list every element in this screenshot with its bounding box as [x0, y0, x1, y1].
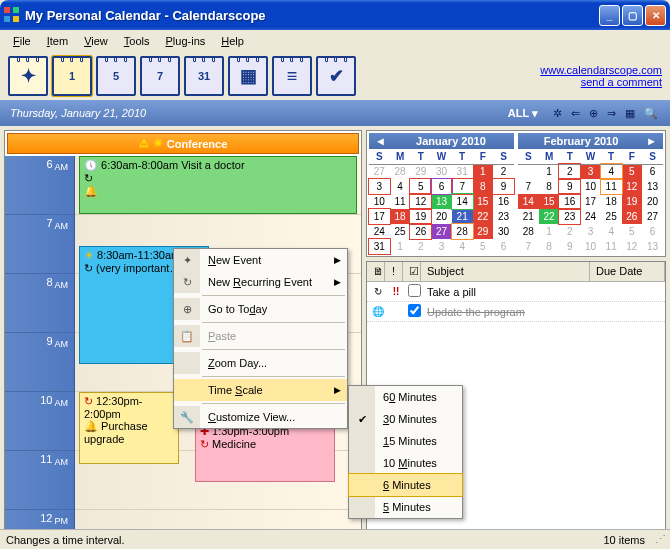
task-row[interactable]: 🌐 Update the program	[367, 302, 665, 322]
search-icon[interactable]: 🔍	[642, 107, 660, 120]
filter-all[interactable]: ALL ▾	[506, 107, 540, 120]
task-icon: ↻	[369, 286, 387, 297]
gear-icon[interactable]: ✲	[551, 107, 564, 120]
allday-event[interactable]: ⚠ ☀ Conference	[7, 133, 359, 154]
grid-view-button[interactable]: ▦	[228, 56, 268, 96]
menu-bar: File Item View Tools Plug-ins Help	[0, 30, 670, 52]
col-subject[interactable]: Subject	[421, 262, 590, 281]
menu-new-event[interactable]: ✦New Event▶	[174, 249, 347, 271]
col-check[interactable]: ☑	[403, 262, 421, 281]
task-row[interactable]: ↻ !! Take a pill	[367, 282, 665, 302]
day-view-button[interactable]: 1	[52, 56, 92, 96]
bell-icon: 🔔	[84, 420, 98, 432]
menu-zoom-day[interactable]: Zoom Day...	[174, 352, 347, 374]
menu-plugins[interactable]: Plug-ins	[159, 33, 213, 49]
menu-goto-today[interactable]: ⊕Go to Today	[174, 298, 347, 320]
toolbar: ✦ 1 5 7 31 ▦ ≡ ✔ www.calendarscope.com s…	[0, 52, 670, 100]
event-medicine[interactable]: ✚ 1:30pm-3:00pm ↻ Medicine	[195, 422, 335, 482]
mini-calendars: ◄January 2010 SMTWTFS 272829303112 34567…	[366, 130, 666, 257]
calendar-icon[interactable]: ▦	[623, 107, 637, 120]
recurring-icon: ↻	[84, 395, 93, 407]
task-checkbox[interactable]	[408, 284, 421, 297]
recurring-icon: ↻	[200, 438, 209, 450]
week-view-button[interactable]: 7	[140, 56, 180, 96]
event-visit-doctor[interactable]: 🕔 6:30am-8:00am Visit a doctor ↻ 🔔	[79, 156, 357, 214]
timescale-6[interactable]: 6 Minutes	[349, 474, 462, 496]
timescale-submenu: 60 Minutes ✔30 Minutes 15 Minutes 10 Min…	[348, 385, 463, 519]
resize-grip[interactable]: ⋰	[655, 533, 664, 546]
time-column: 6AM 7AM 8AM 9AM 10AM 11AM 12PM 1PM	[5, 156, 75, 549]
workweek-view-button[interactable]: 5	[96, 56, 136, 96]
menu-tools[interactable]: Tools	[117, 33, 157, 49]
list-view-button[interactable]: ≡	[272, 56, 312, 96]
status-count: 10 items	[603, 534, 645, 546]
status-bar: Changes a time interval. 10 items ⋰	[0, 529, 670, 549]
new-event-button[interactable]: ✦	[8, 56, 48, 96]
context-menu: ✦New Event▶ ↻New Recurring Event▶ ⊕Go to…	[173, 248, 348, 429]
minimize-button[interactable]: _	[599, 5, 620, 26]
today-icon[interactable]: ⊕	[587, 107, 600, 120]
timescale-30[interactable]: ✔30 Minutes	[349, 408, 462, 430]
col-icon[interactable]: 🗎	[367, 262, 385, 281]
window-title: My Personal Calendar - Calendarscope	[25, 8, 599, 23]
menu-time-scale[interactable]: Time Scale▶	[174, 379, 347, 401]
warning-icon: ⚠	[139, 137, 149, 150]
timescale-60[interactable]: 60 Minutes	[349, 386, 462, 408]
menu-view[interactable]: View	[77, 33, 115, 49]
sun-icon: ☀	[84, 249, 94, 261]
tasks-header: 🗎 ! ☑ Subject Due Date	[367, 262, 665, 282]
next-icon[interactable]: ⇒	[605, 107, 618, 120]
app-icon	[4, 7, 20, 23]
next-month-icon[interactable]: ►	[642, 135, 661, 147]
current-date: Thursday, January 21, 2010	[10, 107, 506, 119]
menu-file[interactable]: File	[6, 33, 38, 49]
title-bar: My Personal Calendar - Calendarscope _ ▢…	[0, 0, 670, 30]
maximize-button[interactable]: ▢	[622, 5, 643, 26]
task-checkbox[interactable]	[408, 304, 421, 317]
menu-new-recurring[interactable]: ↻New Recurring Event▶	[174, 271, 347, 293]
menu-help[interactable]: Help	[214, 33, 251, 49]
priority-icon: !!	[387, 286, 405, 297]
date-header: Thursday, January 21, 2010 ALL ▾ ✲ ⇐ ⊕ ⇒…	[0, 100, 670, 126]
tasks-view-button[interactable]: ✔	[316, 56, 356, 96]
menu-item[interactable]: Item	[40, 33, 75, 49]
task-icon: 🌐	[369, 306, 387, 317]
recurring-icon: ↻	[84, 172, 93, 184]
event-purchase[interactable]: ↻ 12:30pm-2:00pm 🔔 Purchase upgrade	[79, 392, 179, 464]
bell-icon: 🔔	[84, 185, 98, 197]
comment-link[interactable]: send a comment	[540, 76, 662, 88]
timescale-10[interactable]: 10 Minutes	[349, 452, 462, 474]
clock-icon: 🕔	[84, 159, 98, 171]
col-due[interactable]: Due Date	[590, 262, 665, 281]
recurring-icon: ↻	[84, 262, 93, 274]
month-view-button[interactable]: 31	[184, 56, 224, 96]
minical-january[interactable]: ◄January 2010 SMTWTFS 272829303112 34567…	[369, 133, 514, 254]
timescale-5[interactable]: 5 Minutes	[349, 496, 462, 518]
prev-icon[interactable]: ⇐	[569, 107, 582, 120]
menu-paste[interactable]: 📋Paste	[174, 325, 347, 347]
close-button[interactable]: ✕	[645, 5, 666, 26]
menu-customize-view[interactable]: 🔧Customize View...	[174, 406, 347, 428]
sun-icon: ☀	[153, 137, 163, 150]
status-text: Changes a time interval.	[6, 534, 603, 546]
timescale-15[interactable]: 15 Minutes	[349, 430, 462, 452]
col-priority[interactable]: !	[385, 262, 403, 281]
prev-month-icon[interactable]: ◄	[371, 135, 390, 147]
website-link[interactable]: www.calendarscope.com	[540, 64, 662, 76]
minical-february[interactable]: February 2010► SMTWTFS 123456 7891011121…	[518, 133, 663, 254]
